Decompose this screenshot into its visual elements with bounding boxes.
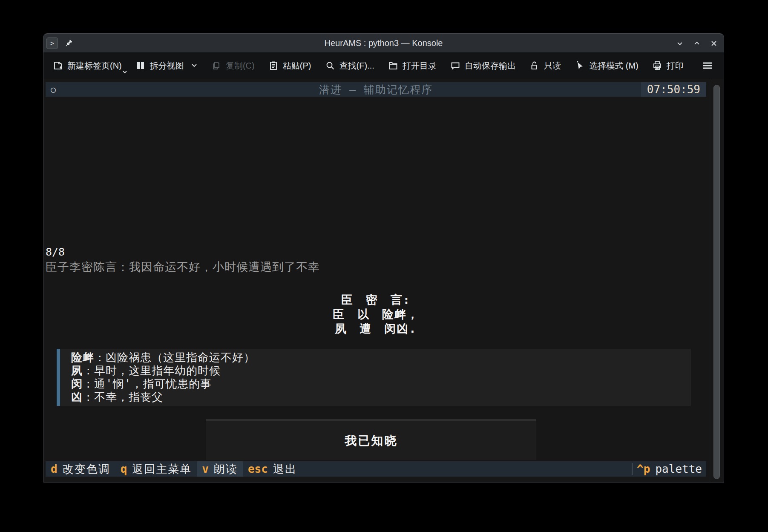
- chevron-down-icon: [191, 63, 198, 68]
- chevron-down-icon: [122, 70, 128, 74]
- poem-line: 夙 遭 闵凶.: [46, 322, 706, 336]
- maximize-button[interactable]: [693, 40, 701, 47]
- konsole-window: > HeurAMS : python3 — Konsole: [43, 33, 724, 483]
- copy-button: 复制(C): [211, 60, 255, 72]
- titlebar[interactable]: > HeurAMS : python3 — Konsole: [43, 34, 724, 52]
- scrollbar-thumb[interactable]: [713, 85, 720, 479]
- shortcut-bar: d改变色调 q返回主菜单 v朗读 esc退出 ^ppalette: [46, 461, 706, 477]
- read-only-button[interactable]: 只读: [529, 60, 561, 72]
- tui-header-bar: ○ 潜进 – 辅助记忆程序 07:50:59: [46, 82, 706, 97]
- new-tab-icon: [53, 60, 63, 71]
- acknowledge-button[interactable]: 我已知晓: [206, 419, 536, 460]
- poem-block: 臣 密 言: 臣 以 险衅， 夙 遭 闵凶.: [46, 293, 706, 336]
- annotation-line: 夙：早时，这里指年幼的时候: [71, 364, 691, 377]
- terminal-area[interactable]: ○ 潜进 – 辅助记忆程序 07:50:59 8/8 臣子李密陈言：我因命运不好…: [44, 79, 723, 482]
- shortcut-change-theme[interactable]: d改变色调: [46, 461, 115, 477]
- auto-save-output-button[interactable]: 自动保存输出: [450, 60, 516, 72]
- poem-line: 臣 密 言:: [46, 293, 706, 307]
- selection-mode-button[interactable]: 选择模式 (M): [575, 60, 639, 72]
- printer-icon: [652, 60, 662, 71]
- shortcut-palette[interactable]: ^ppalette: [633, 463, 706, 475]
- clock: 07:50:59: [641, 82, 706, 97]
- program-title: 潜进 – 辅助记忆程序: [46, 83, 706, 97]
- cursor-icon: [575, 60, 585, 71]
- annotation-line: 险衅：凶险祸患（这里指命运不好）: [71, 351, 691, 364]
- shortcut-exit[interactable]: esc退出: [243, 461, 302, 477]
- toolbar: 新建标签页(N) 拆分视图 复制(C) 粘贴(P): [43, 52, 724, 79]
- window-title: HeurAMS : python3 — Konsole: [43, 38, 724, 48]
- split-view-button[interactable]: 拆分视图: [135, 60, 198, 72]
- open-directory-button[interactable]: 打开目录: [388, 60, 437, 72]
- annotation-line: 凶：不幸，指丧父: [71, 391, 691, 404]
- new-tab-button[interactable]: 新建标签页(N): [53, 60, 122, 72]
- search-icon: [325, 60, 335, 71]
- hamburger-icon: [702, 60, 713, 71]
- annotation-line: 闵：通'悯'，指可忧患的事: [71, 377, 691, 391]
- minimize-button[interactable]: [676, 40, 684, 47]
- unlock-icon: [529, 60, 540, 71]
- find-button[interactable]: 查找(F)...: [325, 60, 374, 72]
- progress-counter: 8/8: [46, 246, 65, 258]
- paste-icon: [268, 60, 279, 71]
- paste-button[interactable]: 粘贴(P): [268, 60, 311, 72]
- shortcut-main-menu[interactable]: q返回主菜单: [115, 461, 197, 477]
- print-button[interactable]: 打印: [652, 60, 684, 72]
- copy-icon: [211, 60, 221, 71]
- shortcut-read-aloud[interactable]: v朗读: [197, 461, 243, 477]
- split-view-icon: [135, 60, 146, 71]
- poem-line: 臣 以 险衅，: [46, 307, 706, 322]
- translation-hint: 臣子李密陈言：我因命运不好，小时候遭遇到了不幸: [46, 259, 320, 275]
- annotation-box: 险衅：凶险祸患（这里指命运不好） 夙：早时，这里指年幼的时候 闵：通'悯'，指可…: [57, 349, 691, 406]
- folder-icon: [388, 60, 398, 71]
- output-bubble-icon: [450, 60, 460, 71]
- close-button[interactable]: [710, 40, 718, 47]
- menu-button[interactable]: [702, 60, 713, 71]
- scrollbar-track-line: [709, 79, 709, 482]
